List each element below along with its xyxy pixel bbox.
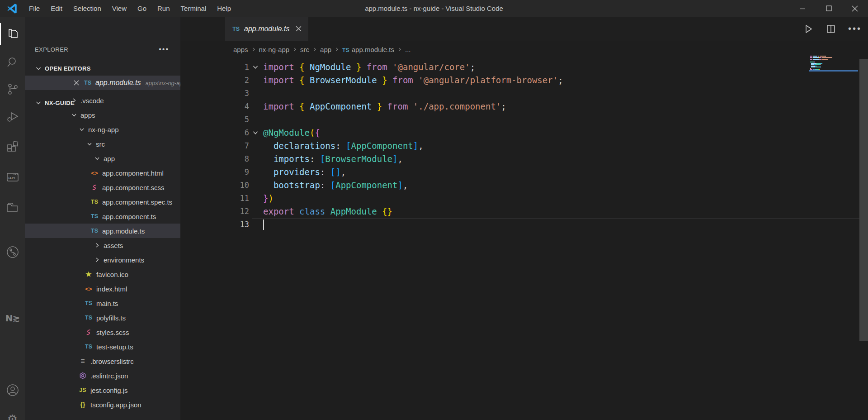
- tree-item-environments[interactable]: environments: [25, 253, 180, 267]
- activity-bar: /APIN≳⚙: [0, 17, 25, 420]
- menu-terminal[interactable]: Terminal: [175, 0, 212, 17]
- settings-gear-icon[interactable]: ⚙: [0, 408, 25, 420]
- chevron-down-icon: [35, 65, 42, 72]
- file-label: app.module.ts: [102, 227, 145, 235]
- line-number[interactable]: 3: [226, 87, 249, 100]
- breadcrumb-item[interactable]: ...: [405, 46, 411, 53]
- line-number[interactable]: 7: [226, 139, 249, 153]
- line-number[interactable]: 12: [226, 205, 249, 218]
- tree-item-app[interactable]: app: [25, 151, 180, 166]
- line-number[interactable]: 1: [226, 61, 249, 74]
- code-line-12: 12export class AppModule {}: [180, 205, 809, 218]
- tree-item-test-setup-ts[interactable]: TStest-setup.ts: [25, 339, 180, 354]
- breadcrumb-item[interactable]: TS app.module.ts: [342, 46, 394, 53]
- nx-console-icon[interactable]: N≳: [0, 307, 25, 329]
- explorer-actions-icon[interactable]: •••: [159, 45, 169, 53]
- line-number[interactable]: 4: [226, 100, 249, 113]
- accounts-icon[interactable]: [0, 379, 25, 401]
- file-label: app.component.scss: [102, 184, 165, 191]
- sidebar-title: EXPLORER: [35, 46, 68, 53]
- chevron-right-icon: [251, 47, 256, 52]
- vscode-window: FileEditSelectionViewGoRunTerminalHelp a…: [0, 0, 868, 420]
- tree-item-favicon-ico[interactable]: ★favicon.ico: [25, 267, 180, 282]
- chevron-right-icon: [94, 257, 101, 263]
- open-editor-path: apps\nx-ng-app\src\app: [146, 80, 180, 86]
- line-number[interactable]: 10: [226, 179, 249, 192]
- scrollbar-slider[interactable]: [859, 59, 868, 341]
- tree-indent-guide: [87, 182, 87, 255]
- tree-item--browserslistrc[interactable]: ≡.browserslistrc: [25, 354, 180, 368]
- tree-item-styles-scss[interactable]: styles.scss: [25, 325, 180, 339]
- chevron-right-icon: [292, 47, 297, 52]
- folder-label: environments: [104, 256, 144, 264]
- run-icon[interactable]: [803, 24, 814, 34]
- tree-item-app-component-spec-ts[interactable]: TSapp.component.spec.ts: [25, 195, 180, 209]
- tree-item-app-component-html[interactable]: <>app.component.html: [25, 166, 180, 180]
- line-number[interactable]: 13: [226, 218, 249, 231]
- chevron-right-icon: [312, 47, 317, 52]
- code-line-8: 8 imports: [BrowserModule],: [180, 153, 809, 166]
- breadcrumb-item[interactable]: app: [320, 46, 331, 53]
- menu-run[interactable]: Run: [152, 0, 175, 17]
- search-icon[interactable]: [0, 51, 25, 73]
- close-editor-icon[interactable]: [73, 80, 80, 86]
- tree-item-assets[interactable]: assets: [25, 238, 180, 253]
- menu-edit[interactable]: Edit: [45, 0, 68, 17]
- tree-item-app-component-ts[interactable]: TSapp.component.ts: [25, 209, 180, 224]
- menu-file[interactable]: File: [24, 0, 45, 17]
- menu-view[interactable]: View: [107, 0, 132, 17]
- fold-chevron-icon[interactable]: [252, 129, 260, 137]
- fold-chevron-icon[interactable]: [252, 63, 260, 72]
- line-number[interactable]: 5: [226, 113, 249, 126]
- breadcrumb-item[interactable]: apps: [233, 46, 248, 53]
- tree-item-app-component-scss[interactable]: app.component.scss: [25, 180, 180, 195]
- tree-item-src[interactable]: src: [25, 137, 180, 151]
- tree-item--vscode[interactable]: .vscode: [25, 93, 180, 108]
- file-label: .eslintrc.json: [90, 372, 128, 380]
- breadcrumb-item[interactable]: nx-ng-app: [259, 46, 290, 53]
- minimap[interactable]: [809, 56, 858, 72]
- vertical-scrollbar[interactable]: [859, 17, 868, 420]
- code-line-2: 2import { BrowserModule } from '@angular…: [180, 74, 809, 87]
- file-label: test-setup.ts: [96, 343, 133, 351]
- line-number[interactable]: 8: [226, 153, 249, 166]
- menu-help[interactable]: Help: [212, 0, 236, 17]
- minimap-current-line: [809, 70, 858, 72]
- tree-item-jest-config-js[interactable]: JSjest.config.js: [25, 383, 180, 397]
- run-debug-icon[interactable]: [0, 106, 25, 128]
- tab-close-icon[interactable]: [295, 25, 302, 32]
- api-client-icon[interactable]: /API: [0, 166, 25, 188]
- split-editor-icon[interactable]: [826, 24, 836, 34]
- open-editors-header[interactable]: OPEN EDITORS: [25, 61, 180, 76]
- sidebar-title-row: EXPLORER •••: [25, 42, 180, 57]
- code-line-10: 10 bootstrap: [AppComponent],: [180, 179, 809, 192]
- code-line-9: 9 providers: [],: [180, 166, 809, 179]
- maximize-button[interactable]: [816, 0, 842, 17]
- line-number[interactable]: 6: [226, 126, 249, 139]
- menu-go[interactable]: Go: [132, 0, 152, 17]
- code-line-1: 1import { NgModule } from '@angular/core…: [180, 61, 809, 74]
- project-folder-icon[interactable]: [0, 196, 25, 218]
- files-icon[interactable]: [0, 23, 25, 45]
- tree-item-tsconfig-app-json[interactable]: {}tsconfig.app.json: [25, 397, 180, 412]
- line-number[interactable]: 11: [226, 192, 249, 205]
- tab-app-module-ts[interactable]: TS app.module.ts: [225, 17, 308, 41]
- menu-selection[interactable]: Selection: [68, 0, 107, 17]
- line-number[interactable]: 2: [226, 74, 249, 87]
- breadcrumb-item[interactable]: src: [300, 46, 309, 53]
- tree-item--eslintrc-json[interactable]: .eslintrc.json: [25, 368, 180, 383]
- line-number[interactable]: 9: [226, 166, 249, 179]
- close-button[interactable]: [842, 0, 868, 17]
- tree-item-apps[interactable]: apps: [25, 108, 180, 122]
- tree-item-nx-ng-app[interactable]: nx-ng-app: [25, 122, 180, 137]
- file-label: jest.config.js: [90, 387, 128, 394]
- git-graph-icon[interactable]: [0, 241, 25, 263]
- open-editor-item-app-module-ts[interactable]: TS app.module.ts apps\nx-ng-app\src\app: [25, 76, 180, 90]
- minimize-button[interactable]: [789, 0, 816, 17]
- source-control-icon[interactable]: [0, 78, 25, 100]
- tree-item-app-module-ts[interactable]: TSapp.module.ts: [25, 224, 180, 238]
- tree-item-index-html[interactable]: <>index.html: [25, 282, 180, 296]
- tree-item-main-ts[interactable]: TSmain.ts: [25, 296, 180, 310]
- tree-item-polyfills-ts[interactable]: TSpolyfills.ts: [25, 310, 180, 325]
- extensions-icon[interactable]: [0, 135, 25, 157]
